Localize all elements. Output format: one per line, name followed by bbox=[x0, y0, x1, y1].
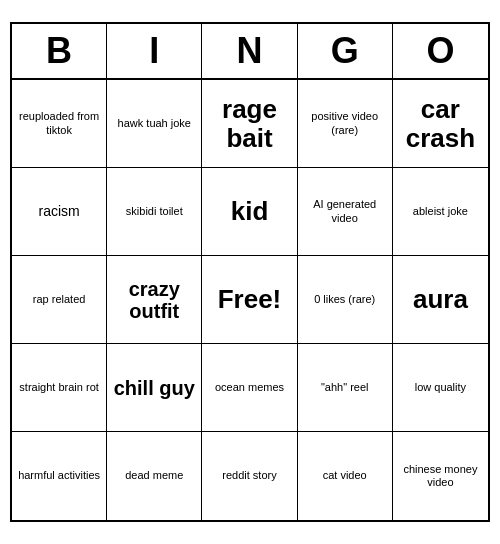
bingo-cell-23: cat video bbox=[298, 432, 393, 520]
cell-text-1: hawk tuah joke bbox=[118, 117, 191, 130]
cell-text-18: "ahh" reel bbox=[321, 381, 369, 394]
bingo-cell-3: positive video (rare) bbox=[298, 80, 393, 168]
cell-text-19: low quality bbox=[415, 381, 466, 394]
cell-text-9: ableist joke bbox=[413, 205, 468, 218]
cell-text-12: Free! bbox=[218, 285, 282, 314]
bingo-cell-16: chill guy bbox=[107, 344, 202, 432]
bingo-cell-13: 0 likes (rare) bbox=[298, 256, 393, 344]
cell-text-10: rap related bbox=[33, 293, 86, 306]
cell-text-6: skibidi toilet bbox=[126, 205, 183, 218]
bingo-cell-17: ocean memes bbox=[202, 344, 297, 432]
cell-text-17: ocean memes bbox=[215, 381, 284, 394]
bingo-card: BINGO reuploaded from tiktokhawk tuah jo… bbox=[10, 22, 490, 522]
cell-text-22: reddit story bbox=[222, 469, 276, 482]
cell-text-24: chinese money video bbox=[397, 463, 484, 489]
cell-text-8: AI generated video bbox=[302, 198, 388, 224]
bingo-cell-9: ableist joke bbox=[393, 168, 488, 256]
bingo-cell-24: chinese money video bbox=[393, 432, 488, 520]
bingo-letter-i: I bbox=[107, 24, 202, 78]
cell-text-11: crazy outfit bbox=[111, 278, 197, 322]
bingo-cell-7: kid bbox=[202, 168, 297, 256]
bingo-header: BINGO bbox=[12, 24, 488, 80]
bingo-cell-1: hawk tuah joke bbox=[107, 80, 202, 168]
bingo-cell-10: rap related bbox=[12, 256, 107, 344]
cell-text-5: racism bbox=[38, 203, 79, 220]
bingo-cell-15: straight brain rot bbox=[12, 344, 107, 432]
cell-text-20: harmful activities bbox=[18, 469, 100, 482]
bingo-cell-18: "ahh" reel bbox=[298, 344, 393, 432]
bingo-letter-b: B bbox=[12, 24, 107, 78]
bingo-cell-4: car crash bbox=[393, 80, 488, 168]
bingo-cell-21: dead meme bbox=[107, 432, 202, 520]
bingo-cell-11: crazy outfit bbox=[107, 256, 202, 344]
cell-text-21: dead meme bbox=[125, 469, 183, 482]
cell-text-0: reuploaded from tiktok bbox=[16, 110, 102, 136]
cell-text-23: cat video bbox=[323, 469, 367, 482]
cell-text-3: positive video (rare) bbox=[302, 110, 388, 136]
bingo-cell-12: Free! bbox=[202, 256, 297, 344]
bingo-cell-0: reuploaded from tiktok bbox=[12, 80, 107, 168]
bingo-cell-22: reddit story bbox=[202, 432, 297, 520]
bingo-letter-o: O bbox=[393, 24, 488, 78]
bingo-letter-g: G bbox=[298, 24, 393, 78]
cell-text-13: 0 likes (rare) bbox=[314, 293, 375, 306]
bingo-cell-14: aura bbox=[393, 256, 488, 344]
bingo-cell-20: harmful activities bbox=[12, 432, 107, 520]
bingo-cell-6: skibidi toilet bbox=[107, 168, 202, 256]
cell-text-15: straight brain rot bbox=[19, 381, 98, 394]
bingo-cell-8: AI generated video bbox=[298, 168, 393, 256]
cell-text-2: rage bait bbox=[206, 95, 292, 152]
bingo-cell-19: low quality bbox=[393, 344, 488, 432]
bingo-grid: reuploaded from tiktokhawk tuah jokerage… bbox=[12, 80, 488, 520]
cell-text-14: aura bbox=[413, 285, 468, 314]
cell-text-4: car crash bbox=[397, 95, 484, 152]
cell-text-16: chill guy bbox=[114, 377, 195, 399]
bingo-cell-5: racism bbox=[12, 168, 107, 256]
cell-text-7: kid bbox=[231, 197, 269, 226]
bingo-letter-n: N bbox=[202, 24, 297, 78]
bingo-cell-2: rage bait bbox=[202, 80, 297, 168]
